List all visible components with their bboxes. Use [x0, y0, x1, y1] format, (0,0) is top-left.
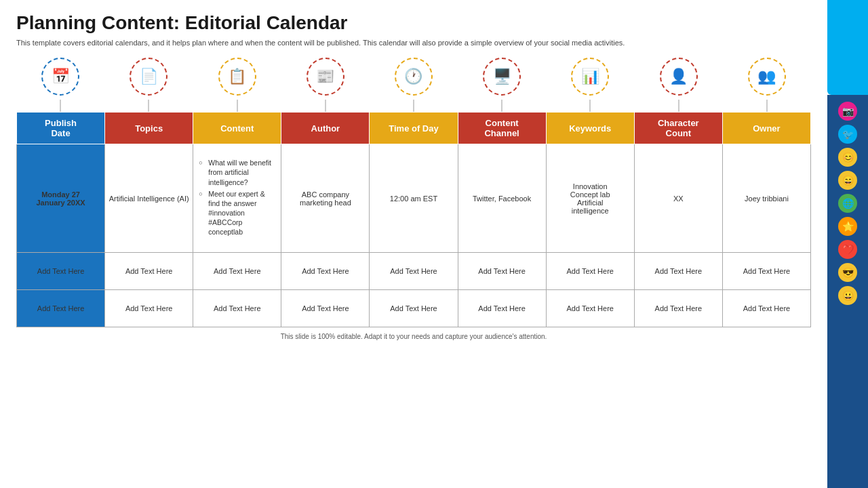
channel-placeholder-2: Add Text Here	[458, 253, 546, 290]
emoji-icon-4: 😀	[838, 286, 857, 305]
emoji-icon-1: 😊	[838, 148, 857, 167]
page-subtitle: This template covers editorial calendars…	[16, 38, 811, 48]
th-time-of-day: Time of Day	[370, 113, 458, 144]
emoji-icon-2: 😄	[838, 171, 857, 190]
channel-placeholder-3: Add Text Here	[458, 290, 546, 327]
table-row: Monday 27January 20XX Artificial Intelli…	[17, 144, 811, 253]
owner-placeholder-2: Add Text Here	[722, 253, 810, 290]
channel-cell: Twitter, Facebook	[458, 144, 546, 253]
character-icon: 👤	[660, 58, 698, 96]
footer-text: This slide is 100% editable. Adapt it to…	[16, 333, 811, 340]
channel-icon: 🖥️	[483, 58, 521, 96]
owner-cell: Joey tribbiani	[722, 144, 810, 253]
character-placeholder-2: Add Text Here	[634, 253, 722, 290]
th-topics: Topics	[105, 113, 193, 144]
content-icon: 📋	[218, 58, 256, 96]
publish-date-placeholder-2: Add Text Here	[17, 253, 105, 290]
instagram-icon: 📷	[838, 102, 857, 121]
page-title: Planning Content: Editorial Calendar	[16, 12, 811, 34]
icons-row: 📅 📄 📋 📰	[16, 58, 811, 112]
author-placeholder-3: Add Text Here	[281, 290, 370, 327]
topics-cell: Artificial Intelligence (AI)	[105, 144, 193, 253]
calendar-table: PublishDate Topics Content Author Time o…	[16, 112, 811, 327]
right-sidebar: 📷 🐦 😊 😄 🌐 ⭐ ❤️ 😎 😀	[827, 95, 868, 488]
topics-placeholder-3: Add Text Here	[105, 290, 193, 327]
top-accent-bar	[827, 0, 868, 95]
calendar-icon: 📅	[41, 58, 79, 96]
heart-icon: ❤️	[838, 240, 857, 259]
content-item-1: What will we benefit from artificial int…	[199, 158, 275, 187]
th-content: Content	[193, 113, 281, 144]
character-placeholder-3: Add Text Here	[634, 290, 722, 327]
table-header-row: PublishDate Topics Content Author Time o…	[17, 113, 811, 144]
content-cell: What will we benefit from artificial int…	[193, 144, 281, 253]
topics-placeholder-2: Add Text Here	[105, 253, 193, 290]
time-cell: 12:00 am EST	[370, 144, 458, 253]
th-publish-date: PublishDate	[17, 113, 105, 144]
emoji-icon-3: 😎	[838, 263, 857, 282]
author-cell: ABC company marketing head	[281, 144, 370, 253]
time-icon: 🕐	[395, 58, 433, 96]
table-row: Add Text Here Add Text Here Add Text Her…	[17, 253, 811, 290]
keywords-icon: 📊	[571, 58, 609, 96]
content-placeholder-3: Add Text Here	[193, 290, 281, 327]
keywords-placeholder-3: Add Text Here	[546, 290, 634, 327]
th-content-channel: ContentChannel	[458, 113, 546, 144]
star-icon: ⭐	[838, 217, 857, 236]
th-owner: Owner	[722, 113, 810, 144]
main-content: Planning Content: Editorial Calendar Thi…	[0, 0, 827, 488]
table-row: Add Text Here Add Text Here Add Text Her…	[17, 290, 811, 327]
globe-icon: 🌐	[838, 194, 857, 213]
th-keywords: Keywords	[546, 113, 634, 144]
th-author: Author	[281, 113, 370, 144]
author-icon: 📰	[307, 58, 344, 96]
owner-icon: 👥	[748, 58, 786, 96]
keywords-cell: InnovationConcept labArtificialintellige…	[546, 144, 634, 253]
content-item-2: Meet our expert & find the answer #innov…	[199, 189, 275, 237]
content-list: What will we benefit from artificial int…	[196, 158, 278, 237]
author-placeholder-2: Add Text Here	[281, 253, 370, 290]
keywords-placeholder-2: Add Text Here	[546, 253, 634, 290]
topics-icon: 📄	[130, 58, 167, 96]
content-placeholder-2: Add Text Here	[193, 253, 281, 290]
owner-placeholder-3: Add Text Here	[722, 290, 810, 327]
twitter-icon: 🐦	[838, 125, 857, 144]
character-count-cell: XX	[634, 144, 722, 253]
time-placeholder-2: Add Text Here	[370, 253, 458, 290]
publish-date-placeholder-3: Add Text Here	[17, 290, 105, 327]
publish-date-cell: Monday 27January 20XX	[17, 144, 105, 253]
calendar-table-wrapper: PublishDate Topics Content Author Time o…	[16, 112, 811, 327]
th-character-count: CharacterCount	[634, 113, 722, 144]
time-placeholder-3: Add Text Here	[370, 290, 458, 327]
